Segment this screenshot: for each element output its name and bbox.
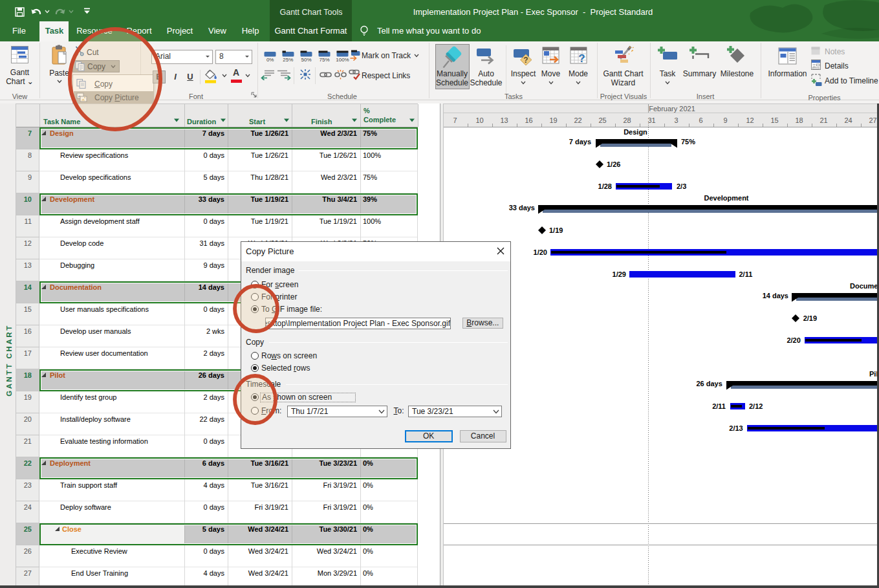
svg-text:?: ? [578, 52, 585, 65]
svg-text:?: ? [523, 56, 528, 65]
